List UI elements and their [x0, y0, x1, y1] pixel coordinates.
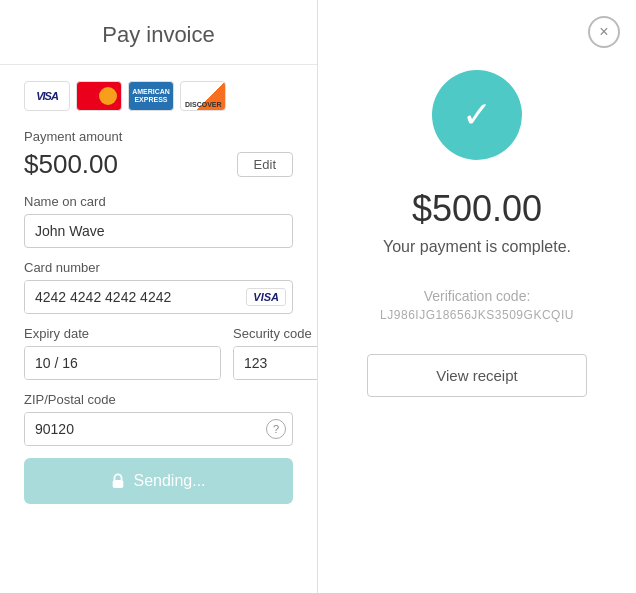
payment-amount-value: $500.00 — [24, 149, 118, 180]
security-group: Security code ? — [233, 326, 317, 380]
card-logos: VISA AMERICANEXPRESS DISCOVER — [24, 81, 293, 111]
expiry-group: Expiry date — [24, 326, 221, 380]
amex-logo: AMERICANEXPRESS — [128, 81, 174, 111]
panel-content: VISA AMERICANEXPRESS DISCOVER Payment am… — [0, 65, 317, 593]
pay-invoice-panel: Pay invoice VISA AMERICANEXPRESS DISCOVE… — [0, 0, 318, 593]
zip-field-group: ZIP/Postal code ? — [24, 392, 293, 446]
payment-amount-label: Payment amount — [24, 129, 293, 144]
security-label: Security code — [233, 326, 317, 341]
card-number-field-group: Card number VISA — [24, 260, 293, 314]
panel-header: Pay invoice — [0, 0, 317, 65]
svg-rect-0 — [113, 480, 124, 488]
expiry-security-row: Expiry date Security code ? — [24, 326, 293, 380]
lock-icon — [111, 473, 125, 489]
success-message: Your payment is complete. — [383, 238, 571, 256]
zip-input[interactable] — [25, 413, 266, 445]
security-input[interactable] — [234, 347, 317, 379]
card-brand-badge: VISA — [246, 288, 286, 306]
card-number-input[interactable] — [25, 281, 246, 313]
verification-code: LJ986IJG18656JKS3509GKCQIU — [380, 308, 574, 322]
panel-title: Pay invoice — [20, 22, 297, 48]
verification-section: Verification code: LJ986IJG18656JKS3509G… — [380, 288, 574, 322]
view-receipt-button[interactable]: View receipt — [367, 354, 587, 397]
card-number-row: VISA — [24, 280, 293, 314]
mastercard-logo — [76, 81, 122, 111]
close-icon: × — [599, 23, 608, 41]
name-label: Name on card — [24, 194, 293, 209]
send-button[interactable]: Sending... — [24, 458, 293, 504]
expiry-label: Expiry date — [24, 326, 221, 341]
discover-logo: DISCOVER — [180, 81, 226, 111]
expiry-input-wrapper — [24, 346, 221, 380]
send-label: Sending... — [133, 472, 205, 490]
zip-help-icon[interactable]: ? — [266, 419, 286, 439]
checkmark-icon: ✓ — [462, 94, 492, 136]
close-button[interactable]: × — [588, 16, 620, 48]
verification-label: Verification code: — [380, 288, 574, 304]
zip-input-wrapper: ? — [24, 412, 293, 446]
edit-button[interactable]: Edit — [237, 152, 293, 177]
success-amount: $500.00 — [412, 188, 542, 230]
name-field-group: Name on card — [24, 194, 293, 248]
payment-amount-row: $500.00 Edit — [24, 149, 293, 180]
security-input-wrapper: ? — [233, 346, 317, 380]
card-number-label: Card number — [24, 260, 293, 275]
zip-label: ZIP/Postal code — [24, 392, 293, 407]
visa-logo: VISA — [24, 81, 70, 111]
app-container: Pay invoice VISA AMERICANEXPRESS DISCOVE… — [0, 0, 636, 593]
expiry-input[interactable] — [25, 347, 220, 379]
name-input[interactable] — [24, 214, 293, 248]
success-panel: × ✓ $500.00 Your payment is complete. Ve… — [318, 0, 636, 593]
success-circle: ✓ — [432, 70, 522, 160]
